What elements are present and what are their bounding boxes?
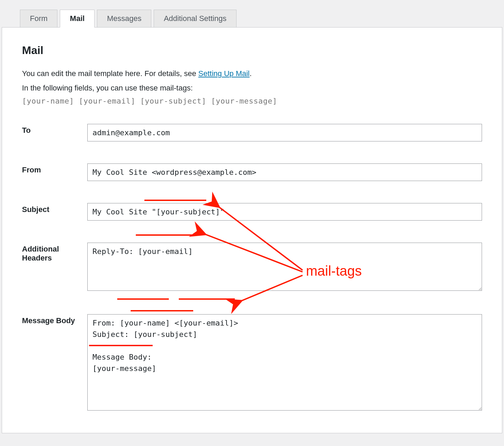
available-mailtags: [your-name] [your-email] [your-subject] …	[22, 97, 482, 105]
intro-line-2: In the following fields, you can use the…	[22, 82, 482, 94]
setting-up-mail-link[interactable]: Setting Up Mail	[198, 69, 250, 78]
to-input[interactable]	[87, 124, 482, 141]
tab-messages[interactable]: Messages	[97, 10, 151, 28]
to-label: To	[22, 126, 31, 135]
intro-text-post: .	[250, 69, 252, 78]
message-body-input[interactable]	[87, 314, 482, 411]
additional-headers-input[interactable]	[87, 243, 482, 291]
tab-mail[interactable]: Mail	[60, 10, 95, 28]
mail-panel: Mail You can edit the mail template here…	[2, 27, 502, 433]
tab-form[interactable]: Form	[20, 10, 57, 28]
tab-additional-settings[interactable]: Additional Settings	[154, 10, 236, 28]
intro-line-1: You can edit the mail template here. For…	[22, 68, 482, 79]
from-label: From	[22, 166, 41, 174]
tab-bar: Form Mail Messages Additional Settings	[0, 0, 504, 28]
intro-text: You can edit the mail template here. For…	[22, 69, 198, 78]
message-body-label: Message Body	[22, 316, 75, 325]
section-title: Mail	[22, 44, 482, 57]
subject-label: Subject	[22, 205, 49, 214]
mail-form-table: To From Subject Additional Headers Messa…	[22, 120, 482, 416]
additional-headers-label: Additional Headers	[22, 245, 59, 262]
subject-input[interactable]	[87, 203, 482, 221]
from-input[interactable]	[87, 163, 482, 181]
annotation-label: mail-tags	[306, 263, 362, 279]
